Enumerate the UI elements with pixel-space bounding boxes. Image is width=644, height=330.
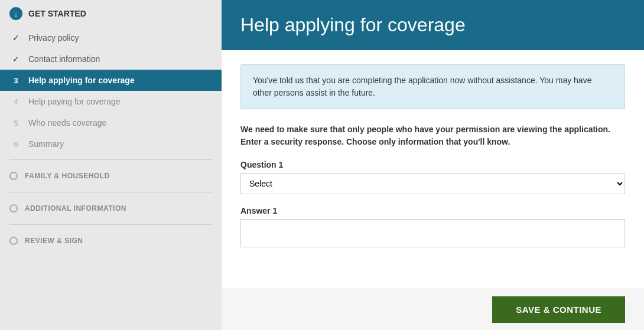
sidebar-label-contact-information: Contact information xyxy=(28,54,100,64)
sidebar-label-help-applying: Help applying for coverage xyxy=(28,76,135,85)
sidebar-section-review-sign[interactable]: Review & Sign xyxy=(0,230,222,252)
sidebar-section-label-additional: Additional Information xyxy=(25,204,126,213)
content-area: You've told us that you are completing t… xyxy=(222,50,644,289)
question-select[interactable]: Select xyxy=(240,173,625,194)
answer-input[interactable] xyxy=(240,219,625,247)
save-continue-button[interactable]: SAVE & CONTINUE xyxy=(492,296,625,323)
sidebar-item-help-applying[interactable]: 3 Help applying for coverage xyxy=(0,70,222,91)
sidebar-divider-2 xyxy=(9,192,212,192)
sidebar-section-family-household[interactable]: Family & Household xyxy=(0,165,222,187)
sidebar-label-summary: Summary xyxy=(28,139,64,149)
info-box-text: You've told us that you are completing t… xyxy=(253,76,591,97)
sidebar-section-label-family: Family & Household xyxy=(25,172,110,180)
sidebar-item-contact-information[interactable]: ✓ Contact information xyxy=(0,48,222,70)
sidebar-section-label-review: Review & Sign xyxy=(25,237,83,245)
step-number-who-needs: 5 xyxy=(9,119,22,128)
sidebar-divider-1 xyxy=(9,159,212,160)
sidebar-divider-3 xyxy=(9,224,212,225)
sidebar-get-started[interactable]: ↓ GET STARTED xyxy=(0,0,222,27)
answer-group: Answer 1 xyxy=(240,206,625,247)
sidebar-label-who-needs: Who needs coverage xyxy=(28,118,106,128)
check-icon-contact: ✓ xyxy=(9,54,22,64)
sidebar-item-who-needs[interactable]: 5 Who needs coverage xyxy=(0,112,222,133)
main-content: Help applying for coverage You've told u… xyxy=(222,0,644,330)
sidebar: ↓ GET STARTED ✓ Privacy policy ✓ Contact… xyxy=(0,0,222,330)
step-number-help-paying: 4 xyxy=(9,97,22,106)
sidebar-label-help-paying: Help paying for coverage xyxy=(28,97,121,106)
sidebar-item-help-paying[interactable]: 4 Help paying for coverage xyxy=(0,91,222,112)
step-number-help-applying: 3 xyxy=(9,76,22,85)
info-box: You've told us that you are completing t… xyxy=(240,64,625,109)
step-number-summary: 6 xyxy=(9,140,22,149)
circle-icon-additional xyxy=(9,204,18,213)
question-label: Question 1 xyxy=(240,160,625,169)
sidebar-item-summary[interactable]: 6 Summary xyxy=(0,133,222,155)
sidebar-section-additional-info[interactable]: Additional Information xyxy=(0,197,222,220)
sidebar-get-started-label: GET STARTED xyxy=(28,9,86,18)
page-header: Help applying for coverage xyxy=(222,0,644,50)
circle-icon-review xyxy=(9,237,18,245)
footer: SAVE & CONTINUE xyxy=(222,289,644,330)
get-started-icon: ↓ xyxy=(9,7,22,20)
page-title: Help applying for coverage xyxy=(240,14,625,36)
question-group: Question 1 Select xyxy=(240,160,625,194)
instruction-text: We need to make sure that only people wh… xyxy=(240,123,625,148)
sidebar-item-privacy-policy[interactable]: ✓ Privacy policy xyxy=(0,27,222,48)
sidebar-label-privacy-policy: Privacy policy xyxy=(28,33,79,43)
answer-label: Answer 1 xyxy=(240,206,625,215)
check-icon-privacy: ✓ xyxy=(9,33,22,43)
circle-icon-family xyxy=(9,172,18,180)
